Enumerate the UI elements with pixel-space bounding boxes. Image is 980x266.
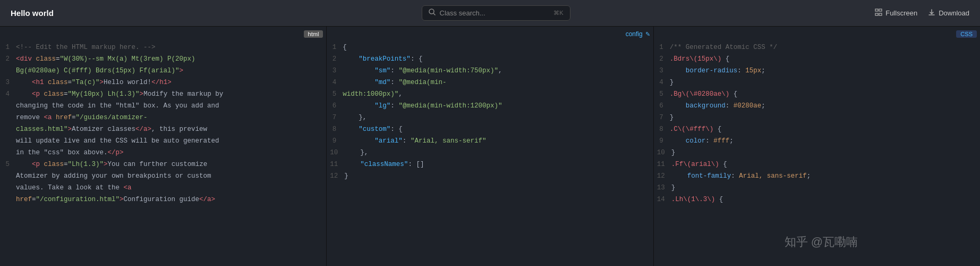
config-line-1: 1 { [327,41,653,53]
svg-line-1 [433,13,436,15]
css-line-13: 13 } [654,182,980,194]
css-line-8: 8 .C\(\#fff\) { [654,123,980,135]
svg-rect-3 [879,9,882,11]
html-line-2: 2 <div class="W(30%)--sm Mx(a) Mt(3rem) … [0,53,326,65]
html-line-11: 5 <p class="Lh(1.3)">You can further cus… [0,159,326,170]
html-panel: html 1 <!-- Edit the HTML markup here. -… [0,27,327,266]
css-line-11: 11 .Ff\(arial\) { [654,159,980,170]
css-line-7: 7 } [654,112,980,123]
config-line-5: 5 width:1000px)", [327,88,653,100]
svg-rect-5 [879,13,882,15]
html-line-13: values. Take a look at the <a [0,182,326,194]
download-label: Download [939,9,969,17]
app-title: Hello world [11,9,117,18]
html-line-8: classes.html">Atomizer classes</a>, this… [0,123,326,135]
config-label: config [626,30,643,38]
html-line-5: 4 <p class="My(10px) Lh(1.3)">Modify the… [0,88,326,100]
css-line-2: 2 .Bdrs\(15px\) { [654,53,980,65]
html-line-9: will update live and the CSS will be aut… [0,135,326,147]
css-panel-header: CSS [654,27,980,41]
search-shortcut: ⌘K [553,10,563,16]
css-line-1: 1 /** Generated Atomic CSS */ [654,41,980,53]
config-panel-header: config ✎ [327,27,653,41]
fullscreen-icon [875,9,882,18]
html-line-14: href="/configuration.html">Configuration… [0,194,326,205]
css-line-4: 4 } [654,77,980,88]
config-line-8: 8 "custom": { [327,123,653,135]
css-line-10: 10 } [654,147,980,159]
download-icon [928,9,935,18]
config-edit-icon: ✎ [645,31,650,38]
svg-rect-4 [875,13,878,15]
html-line-12: Atomizer by adding your own breakpoints … [0,170,326,182]
config-panel: config ✎ 1 { 2 "breakPoints": { 3 "sm": … [327,27,653,266]
fullscreen-button[interactable]: Fullscreen [875,9,917,18]
config-line-12: 12 } [327,170,653,182]
html-line-4: 3 <h1 class="Ta(c)">Hello world!</h1> [0,77,326,88]
search-container: Class search... ⌘K [117,5,875,21]
css-panel: CSS 1 /** Generated Atomic CSS */ 2 .Bdr… [654,27,980,266]
html-line-1: 1 <!-- Edit the HTML markup here. --> [0,41,326,53]
config-badge[interactable]: config ✎ [626,30,650,38]
config-code-area[interactable]: 1 { 2 "breakPoints": { 3 "sm": "@media(m… [327,41,653,266]
config-line-2: 2 "breakPoints": { [327,53,653,65]
download-button[interactable]: Download [928,9,969,18]
config-line-3: 3 "sm": "@media(min-width:750px)", [327,65,653,77]
html-panel-header: html [0,27,326,41]
config-line-7: 7 }, [327,112,653,123]
search-box[interactable]: Class search... ⌘K [422,5,570,21]
search-placeholder-text: Class search... [440,9,550,17]
css-line-14: 14 .Lh\(1\.3\) { [654,194,980,205]
css-line-5: 5 .Bg\(\#0280ae\) { [654,88,980,100]
html-badge: html [304,30,323,38]
css-line-9: 9 color: #fff; [654,135,980,147]
topbar-actions: Fullscreen Download [875,9,969,18]
fullscreen-label: Fullscreen [885,9,917,17]
svg-point-0 [429,9,434,14]
config-line-11: 11 "classNames": [] [327,159,653,170]
main-content: html 1 <!-- Edit the HTML markup here. -… [0,27,980,266]
html-code-area[interactable]: 1 <!-- Edit the HTML markup here. --> 2 … [0,41,326,266]
css-badge: CSS [956,30,977,38]
config-line-6: 6 "lg": "@media(min-width:1200px)" [327,100,653,112]
html-line-10: in the "css" box above.</p> [0,147,326,159]
html-line-6: changing the code in the "html" box. As … [0,100,326,112]
css-code-area[interactable]: 1 /** Generated Atomic CSS */ 2 .Bdrs\(1… [654,41,980,266]
config-line-4: 4 "md": "@media(min- [327,77,653,88]
css-line-12: 12 font-family: Arial, sans-serif; [654,170,980,182]
css-line-3: 3 border-radius: 15px; [654,65,980,77]
config-line-9: 9 "arial": "Arial, sans-serif" [327,135,653,147]
css-line-6: 6 background: #0280ae; [654,100,980,112]
topbar: Hello world Class search... ⌘K [0,0,980,27]
html-line-3: Bg(#0280ae) C(#fff) Bdrs(15px) Ff(arial)… [0,65,326,77]
config-line-10: 10 }, [327,147,653,159]
search-icon [429,9,436,18]
html-line-7: remove <a href="/guides/atomizer- [0,112,326,123]
svg-rect-2 [875,9,878,11]
